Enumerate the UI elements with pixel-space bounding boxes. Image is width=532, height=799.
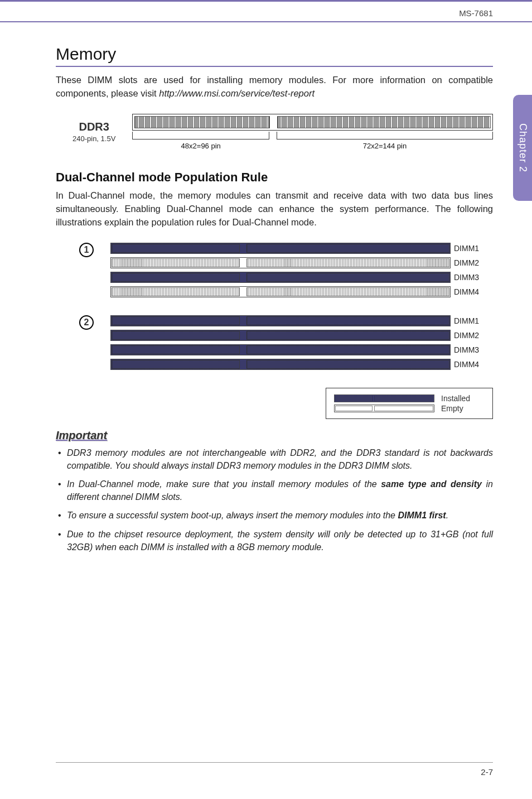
page-number: 2-7 xyxy=(481,767,493,777)
note-1: DDR3 memory modules are not interchangea… xyxy=(56,446,493,472)
set2-dimm2-label: DIMM2 xyxy=(454,331,493,340)
note-2-pre: In Dual-Channel mode, make sure that you… xyxy=(67,479,381,489)
note-4-text: Due to the chipset resource deployment, … xyxy=(67,530,493,552)
set1-dimm1-label: DIMM1 xyxy=(454,244,493,253)
set1-dimm2-label: DIMM2 xyxy=(454,258,493,267)
doc-id: MS-7681 xyxy=(459,8,493,18)
set1-dimm3-label: DIMM3 xyxy=(454,273,493,282)
page-footer: 2-7 xyxy=(56,762,493,777)
set1-dimm1-slot xyxy=(110,243,451,254)
set1-dimm2-slot xyxy=(110,257,451,268)
page-content: Memory These DIMM slots are used for ins… xyxy=(0,22,532,553)
set2-dimm3-slot xyxy=(110,344,451,355)
note-4: Due to the chipset resource deployment, … xyxy=(56,528,493,553)
page-header: MS-7681 xyxy=(0,2,532,18)
chapter-label: Chapter 2 xyxy=(517,123,529,172)
set1-dimm4-slot xyxy=(110,286,451,297)
memory-intro-link: http://www.msi.com/service/test-report xyxy=(159,88,315,98)
important-notes-list: DDR3 memory modules are not interchangea… xyxy=(56,446,493,553)
pin-label-right: 72x2=144 pin xyxy=(277,142,493,150)
set1-dimm4-label: DIMM4 xyxy=(454,287,493,296)
pin-label-left: 48x2=96 pin xyxy=(132,142,269,150)
chapter-side-tab: Chapter 2 xyxy=(513,95,532,201)
set2-dimm1-label: DIMM1 xyxy=(454,316,493,325)
legend-empty-label: Empty xyxy=(441,404,463,413)
note-3-pre: To ensure a successful system boot-up, a… xyxy=(67,511,398,520)
set-number-1: 1 xyxy=(79,243,94,257)
set-number-2: 2 xyxy=(79,315,94,330)
set2-dimm1-slot xyxy=(110,315,451,326)
set1-dimm3-slot xyxy=(110,272,451,283)
set2-dimm3-label: DIMM3 xyxy=(454,345,493,354)
ddr3-diagram: DDR3 240-pin, 1.5V 48x2=96 pin 72x2=144 … xyxy=(72,114,493,150)
legend-installed-icon xyxy=(334,394,434,402)
population-diagrams: 1 DIMM1 DIMM2 DIMM3 DIMM4 2 DIMM1 DIMM2 … xyxy=(78,243,493,419)
set2-dimm4-label: DIMM4 xyxy=(454,360,493,369)
population-set-2: 2 DIMM1 DIMM2 DIMM3 DIMM4 xyxy=(78,315,493,373)
subhead-dual-channel: Dual-Channel mode Population Rule xyxy=(56,170,493,185)
section-title-memory: Memory xyxy=(56,45,493,67)
note-3-post: . xyxy=(446,511,448,520)
note-3-em: DIMM1 first xyxy=(398,511,446,520)
legend-installed-label: Installed xyxy=(441,394,470,403)
legend-empty-icon xyxy=(334,405,434,412)
note-2-em: same type and density xyxy=(381,479,482,489)
important-heading: Important xyxy=(56,429,493,442)
population-set-1: 1 DIMM1 DIMM2 DIMM3 DIMM4 xyxy=(78,243,493,301)
note-3: To ensure a successful system boot-up, a… xyxy=(56,509,493,522)
dual-channel-para: In Dual-Channel mode, the memory modules… xyxy=(56,189,493,229)
set2-dimm2-slot xyxy=(110,330,451,341)
set2-dimm4-slot xyxy=(110,359,451,370)
note-2: In Dual-Channel mode, make sure that you… xyxy=(56,478,493,503)
legend-box: Installed Empty xyxy=(326,388,493,419)
note-1-text: DDR3 memory modules are not interchangea… xyxy=(67,448,493,470)
ddr3-slot-graphic: 48x2=96 pin 72x2=144 pin xyxy=(132,114,493,150)
ddr3-label-big: DDR3 xyxy=(72,121,115,133)
ddr3-label-small: 240-pin, 1.5V xyxy=(72,134,115,143)
ddr3-label: DDR3 240-pin, 1.5V xyxy=(72,121,115,143)
memory-intro: These DIMM slots are used for installing… xyxy=(56,74,493,100)
